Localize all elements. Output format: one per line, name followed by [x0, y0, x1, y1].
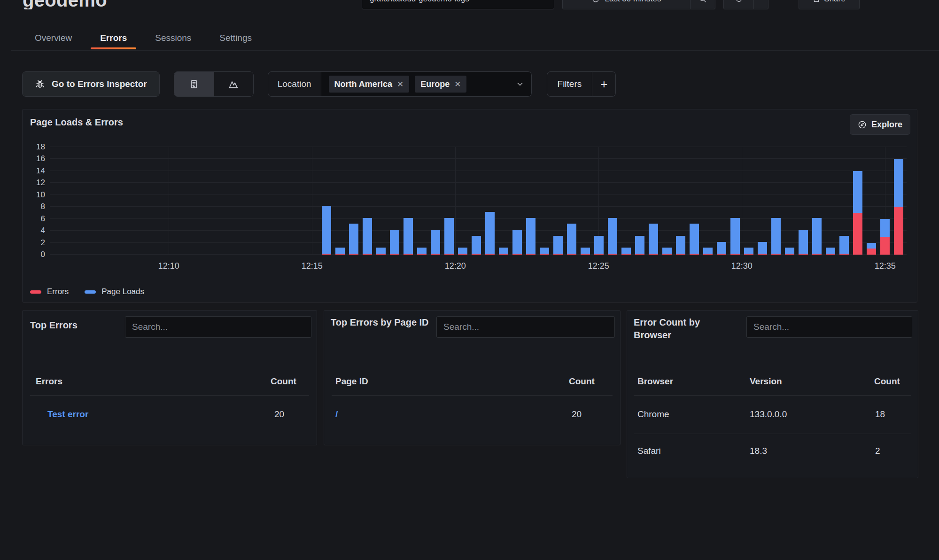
- bar-29[interactable]: [717, 147, 726, 255]
- bar-24[interactable]: [649, 147, 658, 255]
- tab-errors[interactable]: Errors: [99, 26, 128, 50]
- add-filter-button[interactable]: +: [592, 71, 616, 97]
- share-button[interactable]: Share: [799, 0, 860, 9]
- column-header-count: Count: [874, 376, 900, 387]
- bar-42[interactable]: [894, 147, 903, 255]
- go-to-errors-inspector-button[interactable]: Go to Errors inspector: [22, 71, 160, 97]
- bar-15[interactable]: [526, 147, 535, 255]
- bar-12[interactable]: [485, 147, 495, 255]
- bar-40[interactable]: [867, 147, 876, 255]
- chart-view-toggle[interactable]: [214, 72, 253, 96]
- bar-25[interactable]: [662, 147, 672, 255]
- bar-38[interactable]: [839, 147, 849, 255]
- bar-37[interactable]: [826, 147, 835, 255]
- bar-3[interactable]: [363, 147, 372, 255]
- column-header-count: Count: [271, 376, 296, 387]
- errors-segment: [322, 254, 331, 255]
- bar-34[interactable]: [785, 147, 794, 255]
- bar-20[interactable]: [594, 147, 604, 255]
- bar-41[interactable]: [880, 147, 890, 255]
- bar-16[interactable]: [540, 147, 549, 255]
- bar-5[interactable]: [390, 147, 399, 255]
- error-link[interactable]: Test error: [47, 409, 88, 420]
- bar-32[interactable]: [758, 147, 767, 255]
- bar-7[interactable]: [417, 147, 427, 255]
- browser-search-input[interactable]: [746, 316, 912, 338]
- legend-item-page-loads[interactable]: Page Loads: [85, 287, 144, 296]
- chevron-down-icon: [758, 0, 764, 2]
- bar-1[interactable]: [335, 147, 345, 255]
- bar-30[interactable]: [730, 147, 740, 255]
- bar-39[interactable]: [853, 147, 862, 255]
- bar-4[interactable]: [376, 147, 386, 255]
- tab-sessions[interactable]: Sessions: [154, 26, 192, 50]
- page-loads-segment: [839, 236, 849, 254]
- bar-21[interactable]: [608, 147, 617, 255]
- mountain-chart-icon: [228, 78, 239, 90]
- logs-view-toggle[interactable]: [174, 72, 214, 96]
- bar-chart-plot[interactable]: 02468101214161812:1012:1512:2012:2512:30…: [50, 147, 907, 255]
- zoom-out-time-button[interactable]: [691, 0, 715, 9]
- bar-13[interactable]: [499, 147, 508, 255]
- bar-33[interactable]: [771, 147, 781, 255]
- page-id-link[interactable]: /: [335, 409, 338, 420]
- browser-version: 18.3: [750, 446, 767, 456]
- bar-14[interactable]: [512, 147, 522, 255]
- location-filter-label: Location: [268, 71, 321, 97]
- time-range-label: Last 30 minutes: [605, 0, 661, 4]
- bar-10[interactable]: [458, 147, 467, 255]
- page-loads-segment: [894, 159, 903, 207]
- bar-11[interactable]: [472, 147, 481, 255]
- filters-label[interactable]: Filters: [547, 71, 593, 97]
- location-filter-input[interactable]: North America ✕ Europe ✕: [321, 71, 532, 97]
- chip-remove-icon[interactable]: ✕: [397, 79, 404, 89]
- y-axis-label-6: 6: [41, 214, 45, 224]
- bar-23[interactable]: [635, 147, 644, 255]
- bar-19[interactable]: [581, 147, 590, 255]
- errors-segment: [512, 254, 522, 255]
- bar-18[interactable]: [567, 147, 576, 255]
- top-toolbar-clipped: geodemo grafanacloud-geodemo-logs Last 3…: [0, 0, 939, 9]
- bar-28[interactable]: [703, 147, 713, 255]
- inspector-button-label: Go to Errors inspector: [52, 79, 147, 89]
- tab-overview[interactable]: Overview: [34, 26, 73, 50]
- refresh-interval-dropdown[interactable]: [754, 0, 768, 9]
- legend-item-errors[interactable]: Errors: [30, 287, 69, 296]
- page-id-search-input[interactable]: [436, 316, 615, 338]
- bar-0[interactable]: [322, 147, 331, 255]
- bar-36[interactable]: [812, 147, 822, 255]
- refresh-button-group[interactable]: [723, 0, 768, 9]
- errors-segment: [363, 254, 372, 255]
- x-axis-label-12:35: 12:35: [875, 261, 896, 271]
- bar-8[interactable]: [431, 147, 440, 255]
- share-label: Share: [824, 0, 845, 4]
- time-range-picker[interactable]: Last 30 minutes: [562, 0, 715, 9]
- bar-22[interactable]: [621, 147, 631, 255]
- top-errors-search-input[interactable]: [125, 316, 311, 338]
- y-axis-label-14: 14: [36, 166, 45, 176]
- chip-europe[interactable]: Europe ✕: [415, 76, 466, 93]
- tab-settings[interactable]: Settings: [218, 26, 253, 50]
- errors-segment: [335, 254, 345, 255]
- chip-north-america[interactable]: North America ✕: [329, 76, 410, 93]
- errors-segment: [458, 254, 467, 255]
- page-loads-segment: [853, 171, 862, 213]
- bar-26[interactable]: [676, 147, 685, 255]
- bar-35[interactable]: [799, 147, 808, 255]
- page-loads-segment: [785, 248, 794, 254]
- y-axis-label-2: 2: [41, 238, 45, 248]
- panel-title: Top Errors by Page ID: [331, 316, 440, 329]
- bar-17[interactable]: [553, 147, 563, 255]
- errors-segment: [703, 254, 713, 255]
- share-icon: [813, 0, 820, 3]
- column-header-version: Version: [750, 376, 782, 387]
- bar-31[interactable]: [744, 147, 753, 255]
- bar-6[interactable]: [404, 147, 413, 255]
- errors-segment: [540, 254, 549, 255]
- bar-2[interactable]: [349, 147, 358, 255]
- bar-9[interactable]: [444, 147, 454, 255]
- datasource-select[interactable]: grafanacloud-geodemo-logs: [362, 0, 554, 9]
- chip-remove-icon[interactable]: ✕: [454, 79, 461, 89]
- bar-27[interactable]: [690, 147, 699, 255]
- explore-button[interactable]: Explore: [850, 114, 910, 135]
